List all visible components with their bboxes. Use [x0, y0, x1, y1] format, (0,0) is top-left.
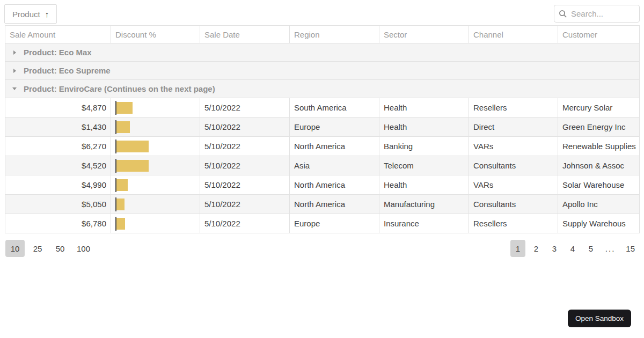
cell-sale-date: 5/10/2022 — [200, 117, 290, 137]
sort-ascending-icon: ↑ — [45, 10, 49, 19]
discount-bar — [116, 199, 125, 210]
page-size-25[interactable]: 25 — [28, 240, 47, 257]
group-label: Product: Eco Max — [24, 48, 92, 57]
open-sandbox-button[interactable]: Open Sandbox — [568, 310, 631, 327]
cell-region: Asia — [290, 156, 379, 175]
cell-channel: Consultants — [469, 195, 558, 214]
cell-sector: Health — [379, 117, 469, 137]
cell-sale-date: 5/10/2022 — [200, 195, 290, 214]
column-header-customer[interactable]: Customer — [558, 26, 640, 43]
cell-customer: Renewable Supplies — [558, 137, 640, 156]
page-size-selector: 10 25 50 100 — [5, 240, 94, 257]
column-header-sale-amount[interactable]: Sale Amount — [5, 26, 111, 43]
cell-sector: Banking — [379, 137, 469, 156]
cell-customer: Mercury Solar — [558, 98, 640, 117]
cell-sale-date: 5/10/2022 — [200, 98, 290, 117]
column-header-region[interactable]: Region — [290, 26, 379, 43]
page-number-3[interactable]: 3 — [547, 240, 562, 257]
cell-sale-date: 5/10/2022 — [200, 137, 290, 156]
column-header-sector[interactable]: Sector — [379, 26, 469, 43]
page-number-4[interactable]: 4 — [565, 240, 580, 257]
cell-sale-amount: $1,430 — [5, 117, 111, 137]
group-label: Product: EnviroCare (Continues on the ne… — [24, 84, 215, 93]
cell-sale-amount: $5,050 — [5, 195, 111, 214]
table-row: $5,050 5/10/2022 North America Manufactu… — [5, 195, 640, 214]
cell-sector: Health — [379, 98, 469, 117]
cell-sector: Telecom — [379, 156, 469, 175]
group-label: Product: Eco Supreme — [24, 66, 111, 75]
cell-discount-bar — [111, 98, 200, 117]
cell-sale-amount: $4,870 — [5, 98, 111, 117]
expand-arrow-icon[interactable] — [5, 50, 24, 55]
cell-sale-amount: $6,780 — [5, 214, 111, 233]
group-row-eco-max[interactable]: Product: Eco Max — [5, 43, 640, 62]
collapse-arrow-icon[interactable] — [5, 87, 24, 90]
header-row: Sale Amount Discount % Sale Date Region … — [5, 26, 640, 43]
cell-channel: Consultants — [469, 156, 558, 175]
cell-discount-bar — [111, 156, 200, 175]
group-chip-label: Product — [12, 10, 40, 19]
page-number-15[interactable]: 15 — [622, 240, 639, 257]
cell-discount-bar — [111, 214, 200, 233]
cell-discount-bar — [111, 195, 200, 214]
table-row: $1,430 5/10/2022 Europe Health Direct Gr… — [5, 117, 640, 137]
cell-sale-amount: $4,990 — [5, 175, 111, 195]
cell-customer: Green Energy Inc — [558, 117, 640, 137]
page-size-10[interactable]: 10 — [5, 240, 25, 257]
search-box[interactable] — [554, 5, 640, 23]
cell-customer: Apollo Inc — [558, 195, 640, 214]
cell-sale-date: 5/10/2022 — [200, 175, 290, 195]
cell-region: North America — [290, 175, 379, 195]
page-size-50[interactable]: 50 — [50, 240, 70, 257]
column-header-channel[interactable]: Channel — [469, 26, 558, 43]
group-by-product-chip[interactable]: Product ↑ — [4, 4, 57, 24]
cell-customer: Johnson & Assoc — [558, 156, 640, 175]
cell-sector: Health — [379, 175, 469, 195]
cell-sector: Manufacturing — [379, 195, 469, 214]
table-row: $6,270 5/10/2022 North America Banking V… — [5, 137, 640, 156]
cell-channel: Resellers — [469, 98, 558, 117]
cell-sale-amount: $6,270 — [5, 137, 111, 156]
page-ellipsis: ... — [602, 240, 619, 257]
cell-customer: Supply Warehous — [558, 214, 640, 233]
cell-channel: VARs — [469, 137, 558, 156]
data-grid: Sale Amount Discount % Sale Date Region … — [5, 25, 640, 233]
cell-region: North America — [290, 195, 379, 214]
cell-sale-amount: $4,520 — [5, 156, 111, 175]
cell-channel: Direct — [469, 117, 558, 137]
cell-sale-date: 5/10/2022 — [200, 156, 290, 175]
discount-bar — [116, 160, 149, 172]
cell-region: South America — [290, 98, 379, 117]
table-row: $6,780 5/10/2022 Europe Insurance Resell… — [5, 214, 640, 233]
page-number-5[interactable]: 5 — [583, 240, 598, 257]
table-row: $4,870 5/10/2022 South America Health Re… — [5, 98, 640, 117]
cell-discount-bar — [111, 175, 200, 195]
toolbar: Product ↑ — [0, 0, 644, 25]
group-row-envirocare[interactable]: Product: EnviroCare (Continues on the ne… — [5, 80, 640, 98]
cell-discount-bar — [111, 137, 200, 156]
page-number-1[interactable]: 1 — [510, 240, 525, 257]
pager: 10 25 50 100 1 2 3 4 5 ... 15 — [0, 233, 644, 257]
discount-bar — [116, 141, 149, 152]
page-navigator: 1 2 3 4 5 ... 15 — [510, 240, 639, 257]
table-row: $4,990 5/10/2022 North America Health VA… — [5, 175, 640, 195]
cell-discount-bar — [111, 117, 200, 137]
column-header-sale-date[interactable]: Sale Date — [200, 26, 290, 43]
cell-region: North America — [290, 137, 379, 156]
cell-region: Europe — [290, 214, 379, 233]
discount-bar — [116, 102, 133, 114]
discount-bar — [116, 121, 130, 133]
column-header-discount[interactable]: Discount % — [111, 26, 200, 43]
page-size-100[interactable]: 100 — [73, 240, 94, 257]
page-number-2[interactable]: 2 — [529, 240, 544, 257]
table-row: $4,520 5/10/2022 Asia Telecom Consultant… — [5, 156, 640, 175]
cell-sale-date: 5/10/2022 — [200, 214, 290, 233]
cell-channel: Resellers — [469, 214, 558, 233]
cell-customer: Solar Warehouse — [558, 175, 640, 195]
cell-sector: Insurance — [379, 214, 469, 233]
group-row-eco-supreme[interactable]: Product: Eco Supreme — [5, 62, 640, 80]
expand-arrow-icon[interactable] — [5, 69, 24, 73]
search-icon — [559, 10, 567, 18]
cell-channel: VARs — [469, 175, 558, 195]
search-input[interactable] — [571, 9, 635, 18]
